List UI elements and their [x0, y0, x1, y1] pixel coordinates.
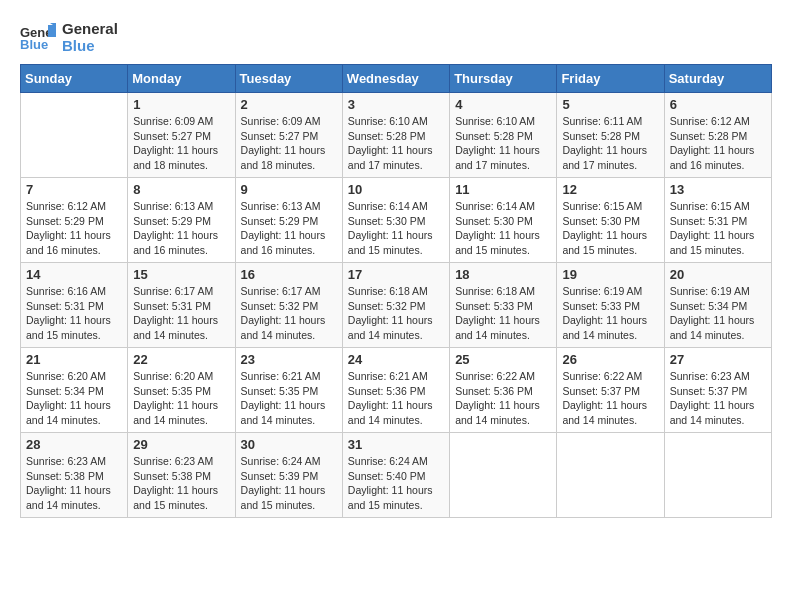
day-number: 24 [348, 352, 444, 367]
calendar-day-cell: 15 Sunrise: 6:17 AMSunset: 5:31 PMDaylig… [128, 263, 235, 348]
logo: General Blue General Blue [20, 20, 118, 54]
calendar-day-cell: 3 Sunrise: 6:10 AMSunset: 5:28 PMDayligh… [342, 93, 449, 178]
day-detail: Sunrise: 6:19 AMSunset: 5:34 PMDaylight:… [670, 284, 766, 343]
day-number: 6 [670, 97, 766, 112]
calendar-day-cell: 5 Sunrise: 6:11 AMSunset: 5:28 PMDayligh… [557, 93, 664, 178]
day-number: 27 [670, 352, 766, 367]
day-number: 1 [133, 97, 229, 112]
day-detail: Sunrise: 6:20 AMSunset: 5:34 PMDaylight:… [26, 369, 122, 428]
day-number: 5 [562, 97, 658, 112]
day-number: 25 [455, 352, 551, 367]
day-detail: Sunrise: 6:09 AMSunset: 5:27 PMDaylight:… [241, 114, 337, 173]
calendar-day-cell: 27 Sunrise: 6:23 AMSunset: 5:37 PMDaylig… [664, 348, 771, 433]
calendar-day-cell: 20 Sunrise: 6:19 AMSunset: 5:34 PMDaylig… [664, 263, 771, 348]
weekday-header: Saturday [664, 65, 771, 93]
calendar-day-cell: 28 Sunrise: 6:23 AMSunset: 5:38 PMDaylig… [21, 433, 128, 518]
calendar-day-cell: 7 Sunrise: 6:12 AMSunset: 5:29 PMDayligh… [21, 178, 128, 263]
day-number: 30 [241, 437, 337, 452]
day-detail: Sunrise: 6:17 AMSunset: 5:32 PMDaylight:… [241, 284, 337, 343]
calendar-day-cell: 21 Sunrise: 6:20 AMSunset: 5:34 PMDaylig… [21, 348, 128, 433]
day-detail: Sunrise: 6:22 AMSunset: 5:37 PMDaylight:… [562, 369, 658, 428]
day-detail: Sunrise: 6:14 AMSunset: 5:30 PMDaylight:… [348, 199, 444, 258]
calendar-day-cell: 9 Sunrise: 6:13 AMSunset: 5:29 PMDayligh… [235, 178, 342, 263]
calendar-day-cell: 11 Sunrise: 6:14 AMSunset: 5:30 PMDaylig… [450, 178, 557, 263]
logo-blue-text: Blue [62, 37, 118, 54]
calendar-day-cell: 1 Sunrise: 6:09 AMSunset: 5:27 PMDayligh… [128, 93, 235, 178]
day-number: 11 [455, 182, 551, 197]
day-number: 12 [562, 182, 658, 197]
day-detail: Sunrise: 6:12 AMSunset: 5:28 PMDaylight:… [670, 114, 766, 173]
day-number: 8 [133, 182, 229, 197]
weekday-header: Sunday [21, 65, 128, 93]
day-detail: Sunrise: 6:22 AMSunset: 5:36 PMDaylight:… [455, 369, 551, 428]
day-number: 4 [455, 97, 551, 112]
day-number: 3 [348, 97, 444, 112]
svg-marker-2 [48, 25, 56, 37]
day-detail: Sunrise: 6:18 AMSunset: 5:33 PMDaylight:… [455, 284, 551, 343]
day-detail: Sunrise: 6:13 AMSunset: 5:29 PMDaylight:… [241, 199, 337, 258]
calendar-day-cell: 4 Sunrise: 6:10 AMSunset: 5:28 PMDayligh… [450, 93, 557, 178]
calendar-day-cell [664, 433, 771, 518]
day-detail: Sunrise: 6:09 AMSunset: 5:27 PMDaylight:… [133, 114, 229, 173]
weekday-header: Friday [557, 65, 664, 93]
day-number: 22 [133, 352, 229, 367]
day-number: 29 [133, 437, 229, 452]
logo-general-text: General [62, 20, 118, 37]
day-detail: Sunrise: 6:14 AMSunset: 5:30 PMDaylight:… [455, 199, 551, 258]
calendar-day-cell [21, 93, 128, 178]
day-detail: Sunrise: 6:15 AMSunset: 5:31 PMDaylight:… [670, 199, 766, 258]
calendar-day-cell: 2 Sunrise: 6:09 AMSunset: 5:27 PMDayligh… [235, 93, 342, 178]
day-number: 7 [26, 182, 122, 197]
calendar-week-row: 7 Sunrise: 6:12 AMSunset: 5:29 PMDayligh… [21, 178, 772, 263]
day-number: 28 [26, 437, 122, 452]
day-detail: Sunrise: 6:10 AMSunset: 5:28 PMDaylight:… [348, 114, 444, 173]
day-number: 21 [26, 352, 122, 367]
day-detail: Sunrise: 6:19 AMSunset: 5:33 PMDaylight:… [562, 284, 658, 343]
svg-text:Blue: Blue [20, 37, 48, 51]
day-detail: Sunrise: 6:10 AMSunset: 5:28 PMDaylight:… [455, 114, 551, 173]
weekday-header: Tuesday [235, 65, 342, 93]
day-detail: Sunrise: 6:16 AMSunset: 5:31 PMDaylight:… [26, 284, 122, 343]
calendar-day-cell: 13 Sunrise: 6:15 AMSunset: 5:31 PMDaylig… [664, 178, 771, 263]
calendar-day-cell: 12 Sunrise: 6:15 AMSunset: 5:30 PMDaylig… [557, 178, 664, 263]
weekday-header: Thursday [450, 65, 557, 93]
day-detail: Sunrise: 6:15 AMSunset: 5:30 PMDaylight:… [562, 199, 658, 258]
calendar-week-row: 1 Sunrise: 6:09 AMSunset: 5:27 PMDayligh… [21, 93, 772, 178]
day-detail: Sunrise: 6:24 AMSunset: 5:40 PMDaylight:… [348, 454, 444, 513]
day-number: 14 [26, 267, 122, 282]
calendar-header: SundayMondayTuesdayWednesdayThursdayFrid… [21, 65, 772, 93]
day-number: 2 [241, 97, 337, 112]
day-detail: Sunrise: 6:18 AMSunset: 5:32 PMDaylight:… [348, 284, 444, 343]
day-detail: Sunrise: 6:23 AMSunset: 5:38 PMDaylight:… [26, 454, 122, 513]
day-number: 31 [348, 437, 444, 452]
calendar-day-cell: 18 Sunrise: 6:18 AMSunset: 5:33 PMDaylig… [450, 263, 557, 348]
day-number: 15 [133, 267, 229, 282]
calendar-day-cell: 29 Sunrise: 6:23 AMSunset: 5:38 PMDaylig… [128, 433, 235, 518]
calendar-day-cell: 6 Sunrise: 6:12 AMSunset: 5:28 PMDayligh… [664, 93, 771, 178]
calendar-day-cell: 16 Sunrise: 6:17 AMSunset: 5:32 PMDaylig… [235, 263, 342, 348]
calendar-day-cell: 22 Sunrise: 6:20 AMSunset: 5:35 PMDaylig… [128, 348, 235, 433]
day-number: 23 [241, 352, 337, 367]
day-number: 13 [670, 182, 766, 197]
logo-icon: General Blue [20, 23, 56, 51]
calendar-day-cell: 8 Sunrise: 6:13 AMSunset: 5:29 PMDayligh… [128, 178, 235, 263]
calendar-day-cell: 25 Sunrise: 6:22 AMSunset: 5:36 PMDaylig… [450, 348, 557, 433]
day-detail: Sunrise: 6:21 AMSunset: 5:35 PMDaylight:… [241, 369, 337, 428]
day-detail: Sunrise: 6:24 AMSunset: 5:39 PMDaylight:… [241, 454, 337, 513]
calendar-day-cell [450, 433, 557, 518]
calendar-day-cell [557, 433, 664, 518]
day-number: 20 [670, 267, 766, 282]
calendar-day-cell: 30 Sunrise: 6:24 AMSunset: 5:39 PMDaylig… [235, 433, 342, 518]
calendar-table: SundayMondayTuesdayWednesdayThursdayFrid… [20, 64, 772, 518]
calendar-day-cell: 14 Sunrise: 6:16 AMSunset: 5:31 PMDaylig… [21, 263, 128, 348]
calendar-day-cell: 23 Sunrise: 6:21 AMSunset: 5:35 PMDaylig… [235, 348, 342, 433]
day-number: 16 [241, 267, 337, 282]
day-detail: Sunrise: 6:21 AMSunset: 5:36 PMDaylight:… [348, 369, 444, 428]
day-detail: Sunrise: 6:13 AMSunset: 5:29 PMDaylight:… [133, 199, 229, 258]
calendar-week-row: 21 Sunrise: 6:20 AMSunset: 5:34 PMDaylig… [21, 348, 772, 433]
day-detail: Sunrise: 6:12 AMSunset: 5:29 PMDaylight:… [26, 199, 122, 258]
calendar-day-cell: 26 Sunrise: 6:22 AMSunset: 5:37 PMDaylig… [557, 348, 664, 433]
calendar-week-row: 14 Sunrise: 6:16 AMSunset: 5:31 PMDaylig… [21, 263, 772, 348]
calendar-day-cell: 10 Sunrise: 6:14 AMSunset: 5:30 PMDaylig… [342, 178, 449, 263]
day-number: 10 [348, 182, 444, 197]
